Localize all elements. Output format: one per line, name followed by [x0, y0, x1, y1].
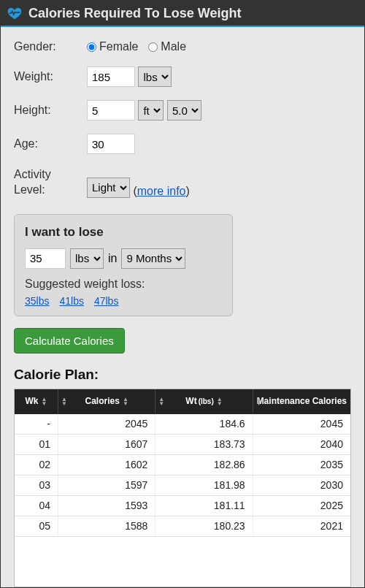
suggest-link-2[interactable]: 47lbs — [94, 295, 118, 307]
table-cell: 2045 — [58, 414, 155, 434]
gender-male-input[interactable] — [148, 42, 158, 52]
table-cell: 03 — [15, 476, 58, 495]
age-row: Age: — [14, 134, 351, 154]
plan-heading: Calorie Plan: — [14, 367, 351, 383]
age-input[interactable] — [87, 134, 135, 154]
gender-female-input[interactable] — [87, 42, 96, 52]
table-body[interactable]: -2045184.62045011607183.732040021602182.… — [15, 414, 350, 587]
table-cell: 04 — [15, 496, 58, 516]
sort-icon: ▲▼ — [61, 397, 67, 406]
table-row[interactable]: 011607183.732040 — [15, 435, 350, 455]
table-row[interactable]: 021602182.862035 — [15, 455, 350, 476]
sort-icon: ▲▼ — [123, 397, 128, 406]
table-row[interactable]: -2045184.62045 — [15, 414, 350, 435]
th-wt[interactable]: ▲▼ Wt(lbs) ▲▼ — [155, 389, 253, 414]
goal-title: I want to lose — [25, 225, 222, 240]
sort-icon: ▲▼ — [256, 397, 262, 406]
height-unit-select[interactable]: ft — [138, 100, 164, 121]
suggest-links: 35lbs 41lbs 47lbs — [25, 295, 222, 307]
height-inches-select[interactable]: 5.0 — [167, 100, 201, 121]
goal-amount-input[interactable] — [25, 248, 66, 269]
activity-select[interactable]: Light — [87, 177, 130, 198]
age-label: Age: — [14, 137, 87, 150]
table-cell: 183.73 — [155, 435, 253, 454]
th-calories[interactable]: ▲▼ Calories ▲▼ — [58, 389, 155, 414]
table-cell: 180.23 — [155, 516, 253, 536]
height-row: Height: ft 5.0 — [14, 100, 351, 121]
goal-box: I want to lose lbs in 9 Months Suggested… — [14, 214, 233, 316]
table-cell: 01 — [15, 435, 58, 454]
gender-label: Gender: — [14, 40, 87, 53]
height-label: Height: — [14, 104, 87, 117]
sort-icon: ▲▼ — [158, 397, 164, 406]
sort-icon: ▲▼ — [217, 397, 223, 406]
plan-table: Wk ▲▼ ▲▼ Calories ▲▼ ▲▼ Wt(lbs) ▲▼ ▲▼ Ma… — [14, 389, 351, 587]
calculate-button[interactable]: Calculate Calories — [14, 328, 125, 354]
table-cell: 181.98 — [155, 476, 253, 495]
suggest-link-0[interactable]: 35lbs — [25, 295, 49, 307]
titlebar: Calories Required To Lose Weight — [1, 1, 364, 27]
more-info-link[interactable]: more info — [137, 185, 186, 197]
th-maint[interactable]: ▲▼ Maintenance Calories — [253, 389, 350, 414]
weight-row: Weight: lbs — [14, 66, 351, 87]
table-cell: 2040 — [253, 435, 350, 454]
goal-in-label: in — [108, 252, 117, 265]
table-row[interactable]: 031597181.982030 — [15, 476, 350, 496]
height-input[interactable] — [87, 100, 135, 121]
gender-female-label: Female — [99, 40, 138, 53]
th-wk[interactable]: Wk ▲▼ — [15, 389, 58, 414]
table-row[interactable]: 051588180.232021 — [15, 516, 350, 537]
suggest-label: Suggested weight loss: — [25, 278, 222, 291]
table-cell: 2030 — [253, 476, 350, 495]
weight-input[interactable] — [87, 66, 135, 87]
more-info-wrap: (more info) — [133, 185, 189, 198]
goal-input-row: lbs in 9 Months — [25, 248, 222, 269]
suggest-link-1[interactable]: 41lbs — [59, 295, 83, 307]
gender-row: Gender: Female Male — [14, 40, 351, 53]
weight-unit-select[interactable]: lbs — [138, 66, 172, 87]
table-cell: 1602 — [58, 455, 155, 475]
gender-male-label: Male — [161, 40, 186, 53]
table-cell: 1597 — [58, 476, 155, 495]
table-cell: 2035 — [253, 455, 350, 475]
table-head: Wk ▲▼ ▲▼ Calories ▲▼ ▲▼ Wt(lbs) ▲▼ ▲▼ Ma… — [15, 389, 350, 414]
heart-pulse-icon — [7, 5, 23, 21]
table-row[interactable]: 041593181.112025 — [15, 496, 350, 516]
table-cell: 184.6 — [155, 414, 253, 434]
app-title: Calories Required To Lose Weight — [28, 6, 241, 21]
table-cell: - — [15, 414, 58, 434]
table-cell: 1588 — [58, 516, 155, 536]
weight-label: Weight: — [14, 70, 87, 83]
table-cell: 182.86 — [155, 455, 253, 475]
table-cell: 1607 — [58, 435, 155, 454]
app-window: Calories Required To Lose Weight Gender:… — [0, 0, 365, 588]
table-cell: 02 — [15, 455, 58, 475]
goal-duration-select[interactable]: 9 Months — [121, 248, 185, 269]
content: Gender: Female Male Weight: lbs Heigh — [1, 27, 364, 587]
table-cell: 181.11 — [155, 496, 253, 516]
table-cell: 2025 — [253, 496, 350, 516]
table-cell: 05 — [15, 516, 58, 536]
goal-unit-select[interactable]: lbs — [70, 248, 104, 269]
table-cell: 1593 — [58, 496, 155, 516]
gender-female-radio[interactable]: Female — [87, 40, 138, 53]
table-cell: 2045 — [253, 414, 350, 434]
table-cell: 2021 — [253, 516, 350, 536]
gender-radio-group: Female Male — [87, 40, 186, 53]
gender-male-radio[interactable]: Male — [148, 40, 186, 53]
activity-label: ActivityLevel: — [14, 167, 87, 198]
sort-icon: ▲▼ — [42, 397, 47, 406]
activity-row: ActivityLevel: Light (more info) — [14, 167, 351, 198]
